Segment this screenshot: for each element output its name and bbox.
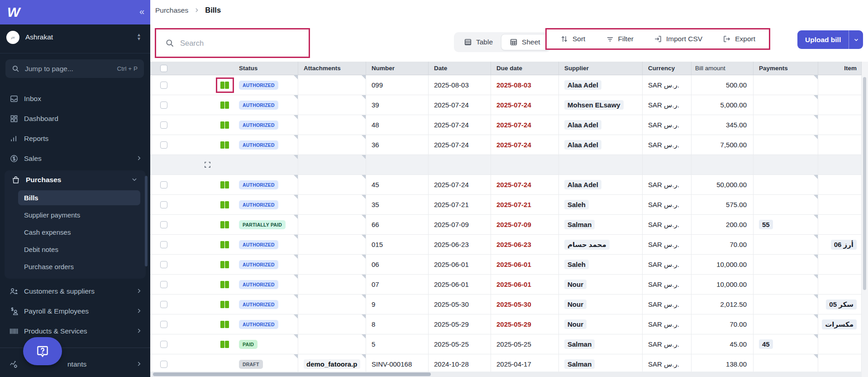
cell-status[interactable]: AUTHORIZED bbox=[150, 235, 298, 255]
column-header-attach[interactable]: Attachments bbox=[298, 62, 366, 75]
cell-attachments[interactable] bbox=[298, 215, 366, 235]
cell-item[interactable] bbox=[818, 195, 862, 215]
help-button[interactable] bbox=[23, 337, 62, 365]
view-table-button[interactable]: Table bbox=[456, 34, 501, 50]
sidebar-item-products[interactable]: Products & Services bbox=[0, 321, 150, 341]
jump-to-page-input[interactable]: Jump to page... Ctrl + P bbox=[5, 59, 144, 78]
cell-due-date[interactable]: 2025-05-25 bbox=[491, 334, 559, 354]
cell-supplier[interactable]: Salman bbox=[559, 334, 643, 354]
cell-number[interactable]: 9 bbox=[366, 295, 429, 314]
cell-payments[interactable] bbox=[754, 95, 818, 115]
column-header-amount[interactable]: Bill amount bbox=[692, 62, 754, 75]
cell-bill-amount[interactable]: 2,012.50 bbox=[692, 295, 754, 314]
sidebar-subitem-supplier-payments[interactable]: Supplier payments bbox=[5, 206, 146, 223]
row-checkbox[interactable] bbox=[160, 121, 167, 129]
cell-payments[interactable]: 55 bbox=[754, 215, 818, 235]
breadcrumb-purchases[interactable]: Purchases bbox=[155, 6, 188, 14]
cell-number[interactable]: 5 bbox=[366, 334, 429, 354]
cell-item[interactable] bbox=[818, 75, 862, 95]
row-checkbox[interactable] bbox=[160, 201, 167, 208]
cell-item[interactable] bbox=[818, 175, 862, 195]
cell-date[interactable] bbox=[429, 155, 491, 175]
column-header-due[interactable]: Due date bbox=[491, 62, 559, 75]
sidebar-item-accountants[interactable]: ntants bbox=[0, 354, 150, 374]
cell-bill-amount[interactable]: 45.00 bbox=[692, 334, 754, 354]
cell-number[interactable]: 66 bbox=[366, 215, 429, 235]
cell-supplier[interactable]: Alaa Adel bbox=[559, 175, 643, 195]
cell-attachments[interactable] bbox=[298, 175, 366, 195]
cell-attachments[interactable] bbox=[298, 75, 366, 95]
workspace-switcher[interactable]: وW Ashrakat ▲▼ bbox=[0, 24, 150, 50]
cell-bill-amount[interactable]: 5,000.00 bbox=[692, 95, 754, 115]
cell-status[interactable]: AUTHORIZED bbox=[150, 175, 298, 195]
cell-status[interactable]: AUTHORIZED bbox=[150, 295, 298, 314]
cell-bill-amount[interactable]: 500.00 bbox=[692, 75, 754, 95]
cell-number[interactable] bbox=[366, 155, 429, 175]
row-checkbox[interactable] bbox=[160, 281, 167, 288]
sidebar-collapse-icon[interactable]: « bbox=[139, 6, 143, 17]
cell-payments[interactable] bbox=[754, 155, 818, 175]
cell-status[interactable]: AUTHORIZED bbox=[150, 275, 298, 295]
cell-supplier[interactable]: Nour bbox=[559, 295, 643, 314]
cell-supplier[interactable]: Salman bbox=[559, 215, 643, 235]
cell-bill-amount[interactable]: 200.00 bbox=[692, 215, 754, 235]
cell-number[interactable]: 07 bbox=[366, 275, 429, 295]
sidebar-item-purchases[interactable]: Purchases bbox=[5, 170, 146, 189]
cell-status[interactable]: AUTHORIZED bbox=[150, 75, 298, 95]
sidebar-subitem-cash-expenses[interactable]: Cash expenses bbox=[5, 223, 146, 241]
cell-number[interactable]: 35 bbox=[366, 195, 429, 215]
cell-currency[interactable]: SAR ر.س. bbox=[643, 314, 692, 334]
cell-date[interactable]: 2025-06-01 bbox=[429, 275, 491, 295]
upload-bill-button[interactable]: Upload bill bbox=[797, 30, 849, 49]
cell-due-date[interactable]: 2025-07-09 bbox=[491, 215, 559, 235]
expand-row-icon[interactable] bbox=[204, 161, 211, 170]
cell-due-date[interactable]: 2025-05-30 bbox=[491, 295, 559, 314]
horizontal-scrollbar[interactable] bbox=[150, 372, 862, 377]
cell-date[interactable]: 2025-07-09 bbox=[429, 215, 491, 235]
cell-payments[interactable] bbox=[754, 275, 818, 295]
cell-number[interactable]: 39 bbox=[366, 95, 429, 115]
filter-button[interactable]: Filter bbox=[606, 35, 634, 43]
cell-currency[interactable]: SAR ر.س. bbox=[643, 235, 692, 255]
cell-attachments[interactable] bbox=[298, 115, 366, 135]
row-checkbox[interactable] bbox=[160, 361, 167, 368]
sidebar-item-dashboard[interactable]: Dashboard bbox=[0, 109, 150, 129]
cell-item[interactable] bbox=[818, 215, 862, 235]
cell-payments[interactable] bbox=[754, 314, 818, 334]
cell-payments[interactable] bbox=[754, 235, 818, 255]
cell-supplier[interactable]: Nour bbox=[559, 275, 643, 295]
cell-date[interactable]: 2025-06-23 bbox=[429, 235, 491, 255]
cell-currency[interactable]: SAR ر.س. bbox=[643, 75, 692, 95]
horizontal-scrollbar-thumb[interactable] bbox=[153, 372, 431, 376]
cell-item[interactable] bbox=[818, 115, 862, 135]
vertical-scrollbar-thumb[interactable] bbox=[863, 77, 866, 290]
sidebar-scrollbar[interactable] bbox=[145, 176, 148, 266]
cell-bill-amount[interactable]: 575.00 bbox=[692, 195, 754, 215]
cell-item[interactable]: سكر 05 bbox=[818, 295, 862, 314]
cell-due-date[interactable]: 2025-06-01 bbox=[491, 275, 559, 295]
cell-attachments[interactable] bbox=[298, 155, 366, 175]
cell-supplier[interactable]: Nour bbox=[559, 314, 643, 334]
cell-due-date[interactable]: 2025-05-29 bbox=[491, 314, 559, 334]
cell-item[interactable] bbox=[818, 155, 862, 175]
cell-attachments[interactable] bbox=[298, 255, 366, 275]
cell-due-date[interactable]: 2025-06-01 bbox=[491, 255, 559, 275]
cell-date[interactable]: 2025-07-21 bbox=[429, 195, 491, 215]
cell-payments[interactable] bbox=[754, 195, 818, 215]
cell-supplier[interactable]: Mohsen ELsawy bbox=[559, 95, 643, 115]
cell-due-date[interactable]: 2025-07-24 bbox=[491, 175, 559, 195]
cell-attachments[interactable] bbox=[298, 95, 366, 115]
cell-bill-amount[interactable]: 10,000.00 bbox=[692, 275, 754, 295]
cell-number[interactable]: 36 bbox=[366, 135, 429, 155]
cell-supplier[interactable]: محمد حسام bbox=[559, 235, 643, 255]
row-checkbox[interactable] bbox=[160, 181, 167, 188]
cell-date[interactable]: 2025-07-24 bbox=[429, 135, 491, 155]
cell-payments[interactable] bbox=[754, 115, 818, 135]
cell-item[interactable] bbox=[818, 135, 862, 155]
row-checkbox[interactable] bbox=[160, 241, 167, 248]
view-sheet-button[interactable]: Sheet bbox=[501, 34, 549, 50]
cell-due-date[interactable] bbox=[491, 155, 559, 175]
row-checkbox[interactable] bbox=[160, 261, 167, 268]
cell-status[interactable]: AUTHORIZED bbox=[150, 255, 298, 275]
cell-payments[interactable]: 45 bbox=[754, 334, 818, 354]
